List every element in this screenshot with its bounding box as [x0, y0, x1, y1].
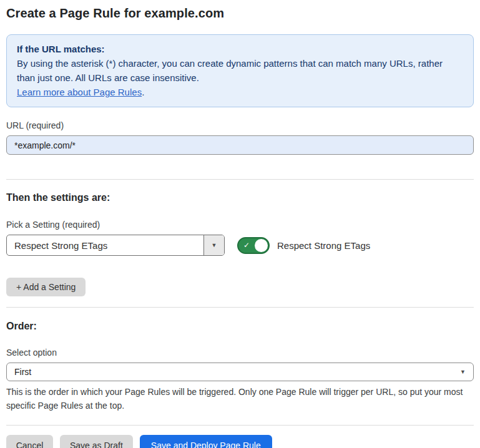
divider	[6, 425, 474, 426]
check-icon: ✓	[243, 241, 250, 249]
setting-dropdown-arrow-button[interactable]: ▼	[203, 235, 224, 255]
divider	[6, 307, 474, 308]
add-setting-button[interactable]: + Add a Setting	[6, 278, 86, 296]
toggle-knob	[255, 239, 268, 252]
order-section-heading: Order:	[6, 321, 474, 332]
url-input[interactable]	[6, 135, 474, 155]
etags-toggle[interactable]: ✓	[237, 237, 270, 254]
save-and-deploy-button[interactable]: Save and Deploy Page Rule	[140, 435, 272, 448]
pick-setting-label: Pick a Setting (required)	[6, 220, 474, 230]
learn-more-link[interactable]: Learn more about Page Rules	[17, 87, 142, 97]
divider	[6, 179, 474, 180]
url-field-label: URL (required)	[6, 120, 474, 130]
settings-section-heading: Then the settings are:	[6, 192, 474, 203]
chevron-down-icon: ▼	[460, 369, 466, 375]
page-title: Create a Page Rule for example.com	[6, 6, 474, 21]
setting-row: Respect Strong ETags ▼ ✓ Respect Strong …	[6, 235, 474, 256]
url-match-info-box: If the URL matches: By using the asteris…	[6, 34, 474, 107]
order-help-text: This is the order in which your Page Rul…	[6, 385, 474, 412]
etags-toggle-group: ✓ Respect Strong ETags	[237, 237, 370, 254]
info-box-heading: If the URL matches:	[17, 42, 463, 56]
footer-actions: Cancel Save as Draft Save and Deploy Pag…	[6, 435, 474, 448]
save-as-draft-button[interactable]: Save as Draft	[60, 435, 133, 448]
info-box-link-line: Learn more about Page Rules.	[17, 85, 463, 99]
setting-dropdown[interactable]: Respect Strong ETags ▼	[6, 235, 225, 256]
order-select[interactable]: First ▼	[6, 363, 474, 381]
order-select-label: Select option	[6, 348, 474, 358]
order-select-value: First	[14, 367, 31, 377]
chevron-down-icon: ▼	[212, 242, 217, 248]
link-period: .	[142, 87, 144, 97]
cancel-button[interactable]: Cancel	[6, 435, 53, 448]
info-box-body: By using the asterisk (*) character, you…	[17, 56, 463, 85]
etags-toggle-label: Respect Strong ETags	[277, 240, 370, 251]
setting-dropdown-value: Respect Strong ETags	[7, 235, 203, 255]
